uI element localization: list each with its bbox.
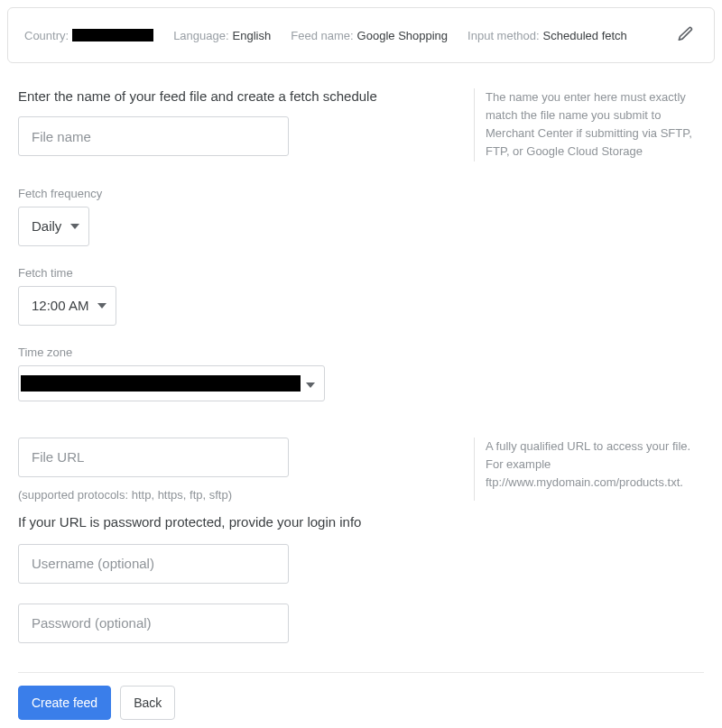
- edit-button[interactable]: [672, 23, 698, 48]
- file-url-input[interactable]: [18, 438, 289, 477]
- password-input[interactable]: [18, 604, 289, 643]
- protocols-hint: (supported protocols: http, https, ftp, …: [18, 488, 474, 502]
- file-name-help: The name you enter here must exactly mat…: [474, 88, 704, 161]
- summary-country-value-redacted: [72, 29, 153, 41]
- summary-feed-name-label: Feed name:: [291, 29, 353, 42]
- section-heading-feed-file: Enter the name of your feed file and cre…: [18, 88, 474, 104]
- pencil-icon: [676, 25, 694, 46]
- fetch-frequency-value: Daily: [32, 218, 61, 234]
- footer-actions: Create feed Back: [18, 672, 704, 720]
- time-zone-value-redacted: [21, 375, 301, 392]
- summary-feed-name: Feed name: Google Shopping: [291, 29, 448, 42]
- file-name-input[interactable]: [18, 116, 289, 156]
- time-zone-label: Time zone: [18, 346, 704, 359]
- time-zone-select[interactable]: [18, 365, 325, 401]
- summary-language: Language: English: [173, 29, 271, 42]
- summary-language-label: Language:: [173, 29, 228, 42]
- summary-country: Country:: [24, 29, 153, 42]
- chevron-down-icon: [97, 303, 106, 309]
- create-feed-button[interactable]: Create feed: [18, 686, 111, 720]
- summary-feed-name-value: Google Shopping: [357, 29, 448, 42]
- chevron-down-icon: [70, 224, 79, 229]
- summary-input-method: Input method: Scheduled fetch: [467, 29, 627, 42]
- password-section-heading: If your URL is password protected, provi…: [18, 514, 474, 530]
- back-button[interactable]: Back: [120, 686, 175, 720]
- summary-input-method-label: Input method:: [467, 29, 540, 42]
- username-input[interactable]: [18, 544, 289, 584]
- chevron-down-icon: [306, 376, 315, 391]
- summary-language-value: English: [233, 29, 272, 42]
- fetch-frequency-label: Fetch frequency: [18, 187, 704, 200]
- fetch-time-label: Fetch time: [18, 266, 704, 280]
- summary-country-label: Country:: [24, 29, 69, 42]
- file-url-help: A fully qualified URL to access your fil…: [474, 438, 704, 501]
- fetch-time-value: 12:00 AM: [32, 298, 88, 313]
- summary-card: Country: Language: English Feed name: Go…: [7, 7, 715, 63]
- fetch-time-select[interactable]: 12:00 AM: [18, 286, 116, 326]
- summary-items: Country: Language: English Feed name: Go…: [24, 29, 672, 42]
- fetch-frequency-select[interactable]: Daily: [18, 207, 89, 246]
- summary-input-method-value: Scheduled fetch: [543, 29, 627, 42]
